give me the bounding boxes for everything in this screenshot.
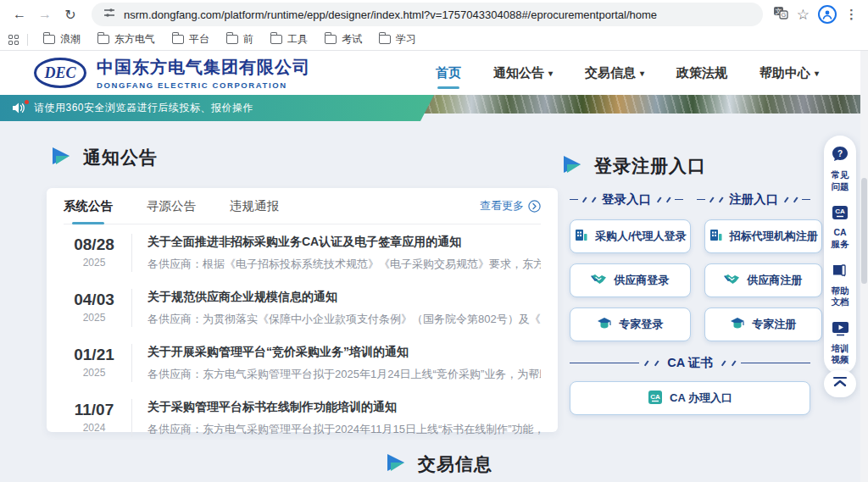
supplier-login-button[interactable]: 供应商登录: [570, 263, 691, 297]
folder-icon: [270, 35, 282, 44]
nav-item-help-center[interactable]: 帮助中心▾: [760, 65, 819, 81]
announcement-desc: 各供应商：根据《电子招标投标系统技术规范》《电子采购交易规范》要求，东方电气采购…: [147, 257, 541, 272]
announcement-row[interactable]: 08/28 2025 关于全面推进非招标采购业务CA认证及电子签章应用的通知 各…: [64, 224, 541, 280]
section-title: 交易信息: [418, 452, 492, 476]
site-header: DEC 中国东方电气集团有限公司 DONGFANG ELECTRIC CORPO…: [0, 51, 868, 95]
translate-icon[interactable]: 文G: [773, 6, 788, 23]
scrollbar-track[interactable]: [860, 51, 868, 482]
chevron-down-icon: ▾: [815, 69, 819, 78]
ca-service-button[interactable]: CA CA 服务: [829, 205, 851, 250]
login-entry-header: 登录入口: [570, 191, 683, 208]
nav-item-policies[interactable]: 政策法规: [676, 65, 727, 81]
ca-apply-button[interactable]: CA CA 办理入口: [570, 381, 810, 415]
banner-photo: [407, 95, 868, 114]
announcement-desc: 各供应商：东方电气采购管理平台拟于2024年11月15日上线“标书在线制作”功能…: [147, 422, 541, 437]
announcement-date: 08/28: [69, 235, 120, 254]
view-more-link[interactable]: 查看更多: [480, 198, 541, 213]
announcement-title[interactable]: 关于采购管理平台标书在线制作功能培训的通知: [147, 400, 541, 415]
nav-item-trade-info[interactable]: 交易信息▾: [585, 65, 644, 81]
question-icon: ?: [831, 146, 849, 166]
reload-icon[interactable]: ↻: [59, 3, 81, 25]
graduation-cap-icon: [730, 317, 745, 332]
address-bar[interactable]: nsrm.dongfang.com/platform/runtime/epp/d…: [92, 3, 763, 26]
trade-section-header: 交易信息: [386, 452, 492, 476]
announcement-row[interactable]: 04/03 2025 关于规范供应商企业规模信息的通知 各供应商：为贯彻落实《保…: [64, 280, 541, 335]
video-icon: [832, 321, 849, 340]
announcement-year: 2025: [69, 312, 120, 324]
dec-logo-icon: DEC: [34, 58, 86, 88]
header-logo[interactable]: DEC 中国东方电气集团有限公司 DONGFANG ELECTRIC CORPO…: [34, 56, 310, 90]
nav-item-announcements[interactable]: 通知公告▾: [493, 65, 553, 81]
section-arrow-icon: [386, 453, 406, 475]
bookmark-folder-tools[interactable]: 工具: [264, 30, 314, 48]
announcement-desc: 各供应商：为贯彻落实《保障中小企业款项支付条例》（国务院令第802号）及《中小企…: [147, 312, 541, 327]
bookmark-folder-study[interactable]: 学习: [372, 30, 423, 48]
tab-violation-reports[interactable]: 违规通报: [230, 188, 279, 224]
scrollbar-thumb[interactable]: [861, 178, 867, 284]
graduation-cap-icon: [597, 317, 612, 332]
bidding-agency-register-button[interactable]: 招标代理机构注册: [704, 219, 822, 253]
tab-system-announcements[interactable]: 系统公告: [64, 188, 113, 224]
notice-band-text: 请使用360安全浏览器进行后续投标、报价操作: [34, 101, 253, 115]
announcement-desc: 各供应商：东方电气采购管理平台拟于2025年1月24日上线“竞价采购”业务，为帮…: [147, 367, 541, 382]
folder-icon: [379, 35, 391, 44]
announcement-title[interactable]: 关于开展采购管理平台“竞价采购业务”培训的通知: [147, 345, 541, 360]
announcement-title[interactable]: 关于全面推进非招标采购业务CA认证及电子签章应用的通知: [147, 235, 541, 250]
browser-toolbar: ← → ↻ nsrm.dongfang.com/platform/runtime…: [0, 0, 868, 29]
expert-login-button[interactable]: 专家登录: [570, 307, 691, 341]
browser-chrome: ← → ↻ nsrm.dongfang.com/platform/runtime…: [0, 0, 868, 51]
floating-toolbar: ? 常见问题 CA CA 服务 帮助文档 培训视频: [824, 136, 856, 374]
register-entry-header: 注册入口: [697, 191, 810, 208]
svg-text:G: G: [781, 11, 786, 19]
toolbar-actions: 文G ☆ ⋮: [773, 5, 860, 24]
folder-icon: [325, 35, 337, 44]
bookmark-folder-front[interactable]: 前: [220, 30, 260, 48]
help-docs-button[interactable]: 帮助文档: [829, 263, 851, 308]
chevron-down-icon: ▾: [548, 69, 553, 78]
announcement-row[interactable]: 01/21 2025 关于开展采购管理平台“竞价采购业务”培训的通知 各供应商：…: [64, 335, 541, 390]
svg-text:?: ?: [837, 149, 843, 158]
bookmark-folder-langchao[interactable]: 浪潮: [36, 30, 87, 48]
main-nav: 首页 通知公告▾ 交易信息▾ 政策法规 帮助中心▾: [436, 65, 819, 81]
expert-register-button[interactable]: 专家注册: [704, 307, 822, 341]
speaker-icon: [12, 102, 27, 115]
chevron-right-circle-icon: [528, 200, 541, 213]
folder-icon: [172, 35, 184, 44]
supplier-register-button[interactable]: 供应商注册: [704, 263, 822, 297]
chevron-down-icon: ▾: [640, 69, 644, 78]
nav-item-home[interactable]: 首页: [436, 65, 461, 81]
site-settings-icon[interactable]: [103, 7, 115, 22]
apps-grid-icon[interactable]: [8, 35, 19, 45]
announcement-tabs: 系统公告 寻源公告 违规通报 查看更多: [64, 188, 541, 224]
announcement-row[interactable]: 11/07 2024 关于采购管理平台标书在线制作功能培训的通知 各供应商：东方…: [64, 390, 541, 445]
folder-icon: [43, 35, 55, 44]
building-icon: [709, 228, 723, 245]
back-icon[interactable]: ←: [8, 3, 31, 25]
section-title: 通知公告: [83, 146, 158, 169]
bookmark-star-icon[interactable]: ☆: [797, 6, 810, 24]
section-arrow-icon: [51, 147, 71, 169]
section-arrow-icon: [562, 155, 582, 177]
profile-avatar-icon[interactable]: [818, 5, 837, 24]
chrome-menu-icon[interactable]: ⋮: [845, 7, 858, 22]
forward-icon[interactable]: →: [34, 3, 56, 25]
purchaser-agent-login-button[interactable]: 采购人/代理人登录: [570, 219, 691, 253]
announcement-date: 11/07: [69, 401, 120, 419]
svg-text:CA: CA: [650, 392, 660, 400]
training-video-button[interactable]: 培训视频: [829, 321, 851, 366]
building-icon: [574, 228, 588, 245]
tab-sourcing-announcements[interactable]: 寻源公告: [147, 188, 196, 224]
bookmarks-separator: [27, 34, 28, 46]
ca-badge-icon: CA: [832, 205, 849, 224]
bookmark-folder-dongfang[interactable]: 东方电气: [91, 30, 162, 48]
handshake-icon: [591, 273, 607, 288]
book-icon: [832, 263, 849, 282]
announcement-title[interactable]: 关于规范供应商企业规模信息的通知: [147, 290, 541, 305]
company-name-cn: 中国东方电气集团有限公司: [97, 56, 310, 79]
announcement-year: 2025: [69, 257, 120, 269]
bookmark-folder-exam[interactable]: 考试: [318, 30, 369, 48]
faq-button[interactable]: ? 常见问题: [829, 146, 851, 192]
back-to-top-button[interactable]: [824, 370, 856, 397]
ca-cert-header: CA 证书: [570, 355, 810, 371]
bookmark-folder-platform[interactable]: 平台: [165, 30, 216, 48]
